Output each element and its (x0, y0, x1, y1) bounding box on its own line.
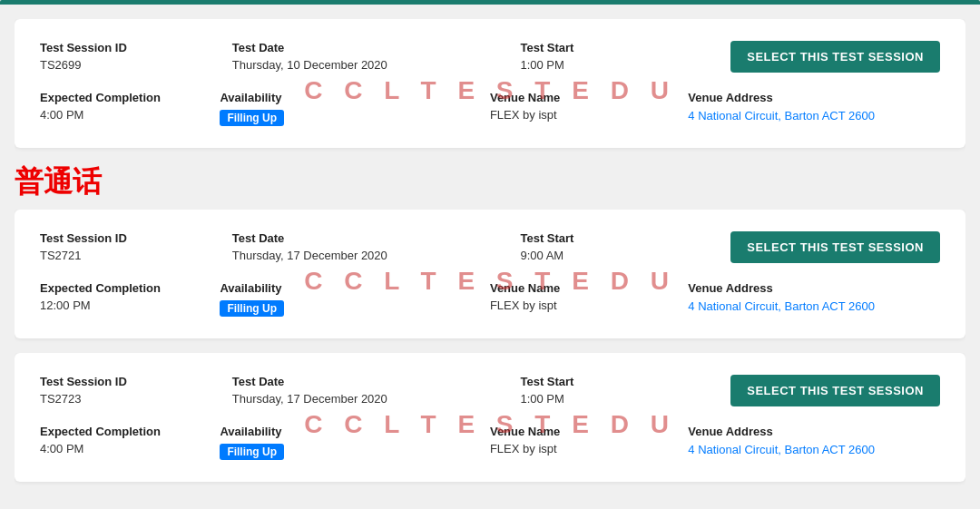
venue-name-field: Venue Name FLEX by ispt (490, 425, 670, 455)
card-bottom-row: Expected Completion 4:00 PM Availability… (40, 91, 940, 126)
session-id-field: Test Session ID TS2723 (40, 375, 232, 406)
availability-badge: Filling Up (220, 444, 284, 460)
availability-field: Availability Filling Up (220, 425, 490, 460)
card-bottom-row: Expected Completion 4:00 PM Availability… (40, 425, 940, 460)
test-date-label: Test Date (232, 375, 521, 388)
session-card-inner: Test Session ID TS2723 Test Date Thursda… (15, 353, 965, 482)
expected-completion-value: 4:00 PM (40, 442, 220, 455)
expected-completion-value: 12:00 PM (40, 299, 220, 312)
venue-name-label: Venue Name (490, 425, 670, 438)
card-top-row: Test Session ID TS2721 Test Date Thursda… (40, 231, 940, 263)
venue-address-label: Venue Address (688, 281, 940, 295)
select-session-button[interactable]: SELECT THIS TEST SESSION (730, 375, 940, 406)
venue-address-link[interactable]: 4 National Circuit, Barton ACT 2600 (688, 299, 875, 313)
test-date-field: Test Date Thursday, 10 December 2020 (232, 41, 521, 72)
venue-address-label: Venue Address (688, 91, 940, 104)
test-start-field: Test Start 9:00 AM (520, 231, 712, 262)
venue-address-field: Venue Address 4 National Circuit, Barton… (688, 425, 940, 456)
session-id-label: Test Session ID (40, 231, 232, 245)
availability-label: Availability (220, 425, 490, 438)
card-top-row: Test Session ID TS2723 Test Date Thursda… (40, 375, 940, 406)
availability-field: Availability Filling Up (220, 91, 490, 126)
test-date-value: Thursday, 17 December 2020 (232, 392, 521, 406)
session-card-1: Test Session ID TS2699 Test Date Thursda… (15, 19, 965, 162)
expected-completion-field: Expected Completion 4:00 PM (40, 425, 220, 455)
venue-address-link[interactable]: 4 National Circuit, Barton ACT 2600 (688, 109, 875, 122)
test-start-label: Test Start (520, 231, 712, 245)
test-date-value: Thursday, 10 December 2020 (232, 58, 521, 72)
venue-name-value: FLEX by ispt (490, 108, 670, 122)
select-session-button[interactable]: SELECT THIS TEST SESSION (730, 231, 940, 263)
card-top-row: Test Session ID TS2699 Test Date Thursda… (40, 41, 940, 73)
test-date-label: Test Date (232, 231, 521, 245)
session-id-value: TS2723 (40, 392, 232, 406)
test-start-field: Test Start 1:00 PM (520, 41, 712, 72)
top-bar (0, 0, 980, 5)
session-id-label: Test Session ID (40, 375, 232, 388)
card-bottom-row: Expected Completion 12:00 PM Availabilit… (40, 281, 940, 317)
test-date-field: Test Date Thursday, 17 December 2020 (232, 231, 521, 262)
session-id-value: TS2721 (40, 249, 232, 262)
select-session-button[interactable]: SELECT THIS TEST SESSION (730, 41, 940, 73)
session-card-3: Test Session ID TS2723 Test Date Thursda… (15, 353, 965, 496)
test-start-value: 1:00 PM (520, 392, 712, 406)
session-card-inner: Test Session ID TS2721 Test Date Thursda… (15, 210, 965, 338)
session-id-value: TS2699 (40, 58, 232, 72)
availability-label: Availability (220, 91, 490, 104)
expected-completion-label: Expected Completion (40, 281, 220, 295)
venue-address-link[interactable]: 4 National Circuit, Barton ACT 2600 (688, 443, 875, 456)
test-date-field: Test Date Thursday, 17 December 2020 (232, 375, 521, 406)
session-card-2: Test Session ID TS2721 Test Date Thursda… (15, 210, 965, 353)
venue-address-field: Venue Address 4 National Circuit, Barton… (688, 281, 940, 313)
expected-completion-label: Expected Completion (40, 91, 220, 104)
venue-name-value: FLEX by ispt (490, 442, 670, 455)
test-start-label: Test Start (520, 375, 712, 388)
session-id-label: Test Session ID (40, 41, 232, 54)
test-start-value: 1:00 PM (520, 58, 712, 72)
expected-completion-value: 4:00 PM (40, 108, 220, 122)
venue-name-label: Venue Name (490, 91, 670, 104)
test-date-value: Thursday, 17 December 2020 (232, 249, 521, 262)
venue-address-label: Venue Address (688, 425, 940, 438)
availability-field: Availability Filling Up (220, 281, 490, 317)
availability-badge: Filling Up (220, 110, 284, 126)
expected-completion-field: Expected Completion 12:00 PM (40, 281, 220, 312)
venue-name-value: FLEX by ispt (490, 299, 670, 312)
expected-completion-field: Expected Completion 4:00 PM (40, 91, 220, 122)
test-start-label: Test Start (520, 41, 712, 54)
venue-address-field: Venue Address 4 National Circuit, Barton… (688, 91, 940, 122)
test-date-label: Test Date (232, 41, 521, 54)
venue-name-field: Venue Name FLEX by ispt (490, 281, 670, 312)
chinese-label: 普通话 (15, 162, 965, 202)
venue-name-field: Venue Name FLEX by ispt (490, 91, 670, 122)
test-start-field: Test Start 1:00 PM (520, 375, 712, 406)
availability-badge: Filling Up (220, 300, 284, 317)
availability-label: Availability (220, 281, 490, 295)
venue-name-label: Venue Name (490, 281, 670, 295)
expected-completion-label: Expected Completion (40, 425, 220, 438)
session-id-field: Test Session ID TS2699 (40, 41, 232, 72)
session-card-inner: Test Session ID TS2699 Test Date Thursda… (15, 19, 965, 148)
test-start-value: 9:00 AM (520, 249, 712, 262)
session-id-field: Test Session ID TS2721 (40, 231, 232, 262)
